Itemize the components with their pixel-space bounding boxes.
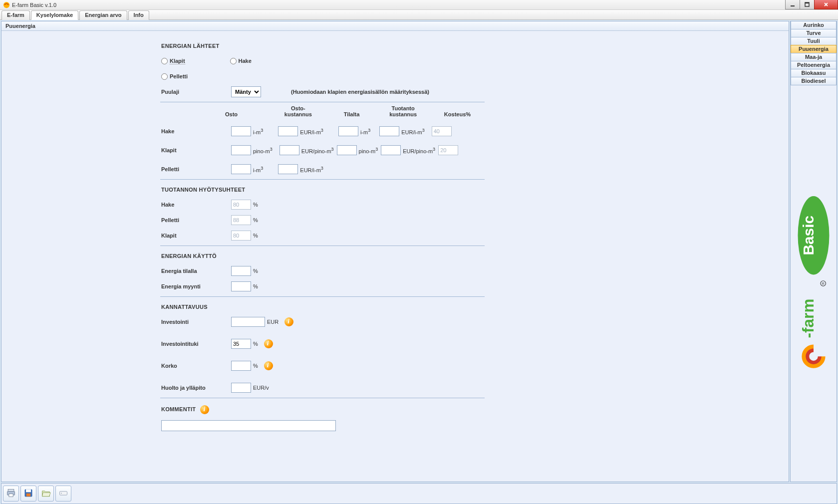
printer-icon bbox=[6, 488, 16, 499]
section-prof-title: KANNATTAVUUS bbox=[161, 304, 481, 310]
bottom-toolbar bbox=[1, 483, 837, 504]
radio-klapit[interactable]: Klapit bbox=[161, 58, 185, 64]
sidebar: Aurinko Turve Tuuli Puuenergia Maa-ja ve… bbox=[790, 21, 837, 482]
klapit-tuotkust-input[interactable] bbox=[381, 145, 401, 155]
hake-ostokust-input[interactable] bbox=[278, 126, 298, 136]
eff-klapit-input bbox=[231, 231, 251, 241]
radio-pelletti[interactable]: Pelletti bbox=[161, 73, 188, 80]
row-pelletti-label: Pelletti bbox=[161, 166, 231, 172]
row-hake-label: Hake bbox=[161, 128, 231, 134]
prof-tuki-label: Investointituki bbox=[161, 341, 231, 347]
puulaji-select[interactable]: Mänty bbox=[231, 86, 261, 97]
radio-hake[interactable]: Hake bbox=[230, 58, 252, 64]
svg-rect-1 bbox=[791, 5, 795, 6]
minimize-button[interactable] bbox=[785, 0, 800, 9]
col-osto: Osto bbox=[225, 111, 238, 117]
puulaji-label: Puulaji bbox=[161, 89, 231, 95]
svg-rect-3 bbox=[805, 2, 809, 3]
klapit-kosteus-input bbox=[438, 145, 458, 155]
menu-tab-energian-arvo[interactable]: Energian arvo bbox=[79, 10, 127, 20]
prof-tuki-input[interactable] bbox=[231, 339, 251, 349]
eff-hake-input bbox=[231, 200, 251, 210]
section-use-title: ENERGIAN KÄYTTÖ bbox=[161, 253, 481, 259]
form-scroll-area[interactable]: ENERGIAN LÄHTEET Klapit Hake Pelletti bbox=[1, 31, 789, 482]
comments-textarea[interactable] bbox=[161, 420, 336, 431]
section-sources-title: ENERGIAN LÄHTEET bbox=[161, 43, 481, 49]
form-panel: Puuenergia ENERGIAN LÄHTEET Klapit Hake bbox=[1, 21, 789, 482]
klapit-tilalta-input[interactable] bbox=[337, 145, 357, 155]
sidebar-item-peltoenergia[interactable]: Peltoenergia bbox=[791, 61, 837, 69]
sidebar-item-puuenergia[interactable]: Puuenergia bbox=[791, 45, 837, 53]
hake-tuotkust-input[interactable] bbox=[379, 126, 399, 136]
svg-rect-14 bbox=[26, 494, 30, 497]
radio-pelletti-input[interactable] bbox=[161, 73, 168, 80]
info-icon[interactable] bbox=[284, 317, 293, 326]
sidebar-item-maa-ja-vesilampo[interactable]: Maa-ja vesilämpö bbox=[791, 53, 837, 61]
row-klapit-label: Klapit bbox=[161, 147, 231, 153]
prof-huolto-label: Huolto ja ylläpito bbox=[161, 385, 231, 391]
device-icon bbox=[58, 488, 68, 499]
use-tilalla-input[interactable] bbox=[231, 266, 251, 276]
hake-osto-input[interactable] bbox=[231, 126, 251, 136]
sidebar-item-tuuli[interactable]: Tuuli bbox=[791, 37, 837, 45]
col-kosteus: Kosteus% bbox=[444, 111, 471, 117]
svg-rect-11 bbox=[9, 494, 13, 497]
window-title: E-farm Basic v.1.0 bbox=[12, 2, 56, 8]
pelletti-osto-input[interactable] bbox=[231, 164, 251, 174]
maximize-button[interactable] bbox=[800, 0, 815, 9]
info-icon[interactable] bbox=[264, 361, 273, 370]
close-button[interactable] bbox=[814, 0, 838, 9]
col-tuotantokustannus: Tuotanto kustannus bbox=[389, 105, 417, 117]
info-icon[interactable] bbox=[200, 405, 209, 414]
prof-huolto-input[interactable] bbox=[231, 383, 251, 393]
eff-klapit-label: Klapit bbox=[161, 233, 231, 239]
menu-tab-efarm[interactable]: E-farm bbox=[1, 10, 30, 20]
klapit-ostokust-input[interactable] bbox=[279, 145, 299, 155]
hake-tilalta-input[interactable] bbox=[338, 126, 358, 136]
eff-pelletti-input bbox=[231, 215, 251, 225]
use-tilalla-label: Energia tilalla bbox=[161, 268, 231, 274]
col-ostokustannus: Osto- kustannus bbox=[284, 105, 312, 117]
sidebar-item-biodiesel[interactable]: Biodiesel bbox=[791, 77, 837, 85]
menu-tab-kyselylomake[interactable]: Kyselylomake bbox=[31, 10, 78, 20]
sidebar-item-turve[interactable]: Turve bbox=[791, 29, 837, 37]
menu-tab-info[interactable]: Info bbox=[128, 10, 149, 20]
svg-text:-farm: -farm bbox=[799, 299, 817, 338]
sidebar-item-aurinko[interactable]: Aurinko bbox=[791, 21, 837, 29]
svg-text:Basic: Basic bbox=[800, 216, 817, 255]
puulaji-note: (Huomiodaan klapien energiasisällön määr… bbox=[291, 89, 429, 95]
prof-invest-input[interactable] bbox=[231, 317, 265, 327]
open-folder-button[interactable] bbox=[38, 486, 54, 502]
use-myynti-input[interactable] bbox=[231, 281, 251, 291]
app-icon bbox=[3, 1, 10, 8]
window-titlebar: E-farm Basic v.1.0 bbox=[0, 0, 838, 10]
brand-logo: Basic R -farm bbox=[791, 85, 837, 482]
folder-open-icon bbox=[41, 488, 51, 499]
hake-kosteus-input bbox=[432, 126, 452, 136]
klapit-osto-input[interactable] bbox=[231, 145, 251, 155]
use-myynti-label: Energia myynti bbox=[161, 283, 231, 289]
col-tilalta: Tilalta bbox=[344, 111, 360, 117]
section-comments-title: KOMMENTIT bbox=[161, 406, 196, 412]
device-button[interactable] bbox=[55, 486, 71, 502]
sidebar-item-biokaasu[interactable]: Biokaasu bbox=[791, 69, 837, 77]
panel-title: Puuenergia bbox=[1, 21, 789, 31]
svg-point-16 bbox=[61, 493, 62, 494]
prof-korko-label: Korko bbox=[161, 363, 231, 369]
menu-bar: E-farm Kyselylomake Energian arvo Info bbox=[0, 10, 838, 20]
svg-rect-13 bbox=[26, 490, 31, 493]
svg-text:R: R bbox=[822, 282, 825, 285]
svg-rect-15 bbox=[60, 492, 67, 496]
save-button[interactable] bbox=[20, 486, 36, 502]
eff-pelletti-label: Pelletti bbox=[161, 217, 231, 223]
radio-hake-input[interactable] bbox=[230, 58, 237, 64]
prof-korko-input[interactable] bbox=[231, 361, 251, 371]
print-button[interactable] bbox=[3, 486, 19, 502]
radio-klapit-input[interactable] bbox=[161, 58, 168, 64]
svg-rect-9 bbox=[8, 490, 14, 492]
floppy-disk-icon bbox=[23, 488, 33, 499]
section-eff-title: TUOTANNON HYÖTYSUHTEET bbox=[161, 187, 481, 193]
pelletti-ostokust-input[interactable] bbox=[278, 164, 298, 174]
info-icon[interactable] bbox=[264, 339, 273, 348]
eff-hake-label: Hake bbox=[161, 202, 231, 208]
